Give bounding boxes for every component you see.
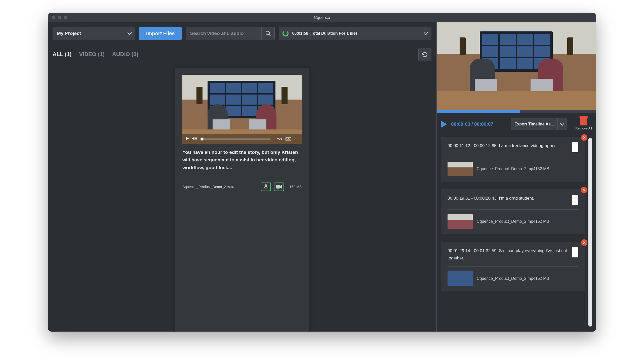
preview-controls: 00:00:03 / 00:00:07 Export Timeline As..… (437, 113, 596, 133)
chevron-down-icon (124, 27, 135, 40)
svg-point-0 (266, 31, 269, 35)
search-wrapper (186, 27, 275, 40)
card-footer: Cquence_Product_Demo_2.mp4 152 MB (182, 178, 302, 191)
video-controls: -1:59 CC (182, 134, 302, 144)
clip-marker[interactable] (572, 195, 578, 205)
clip-meta: Cquence_Product_Demo_2.mp4152 MB (477, 276, 549, 281)
timeline-progress[interactable] (437, 110, 596, 113)
cc-button[interactable]: CC (286, 137, 291, 141)
duration-dropdown[interactable]: 00:01:58 (Total Duration For 1 file) (279, 27, 431, 40)
chevron-down-icon (557, 118, 567, 130)
clip-transcript: 00:00:11.12 - 00:00:12.85: I am a freela… (448, 142, 568, 150)
camera-icon[interactable] (274, 183, 284, 191)
svg-rect-3 (276, 185, 280, 189)
tab-audio[interactable]: AUDIO (0) (112, 51, 138, 58)
import-files-button[interactable]: Import Files (139, 27, 182, 40)
window-title: Cquence (48, 15, 596, 20)
total-time: 00:00:07 (474, 121, 493, 127)
search-input[interactable] (186, 31, 261, 36)
clip-transcript: 00:00:19.31 - 00:00:20.43: I'm a grad st… (448, 195, 568, 202)
play-button[interactable] (441, 121, 447, 128)
time-remaining: -1:59 (274, 137, 282, 141)
clip-list: ✕ 00:00:11.12 - 00:00:12.85: I am a free… (441, 137, 585, 328)
svg-line-1 (269, 34, 270, 36)
timeline-clip[interactable]: ✕ 00:00:19.31 - 00:00:20.43: I'm a grad … (441, 189, 585, 234)
filter-tabs: ALL (1) VIDEO (1) AUDIO (0) (48, 40, 436, 60)
tab-video[interactable]: VIDEO (1) (79, 51, 104, 58)
export-dropdown[interactable]: Export Timeline As... (511, 118, 567, 130)
media-grid: -1:59 CC You have an hour to edit the st… (48, 60, 436, 332)
filename: Cquence_Product_Demo_2.mp4 (182, 185, 258, 189)
remove-clip-button[interactable]: ✕ (581, 134, 587, 141)
timeline-progress-fill (437, 110, 520, 113)
timeline-clip[interactable]: ✕ 00:00:11.12 - 00:00:12.85: I am a free… (441, 137, 585, 182)
tab-all[interactable]: ALL (1) (53, 51, 71, 58)
media-card[interactable]: -1:59 CC You have an hour to edit the st… (175, 68, 309, 332)
fullscreen-icon[interactable] (295, 137, 298, 141)
remove-clip-button[interactable]: ✕ (581, 239, 587, 246)
chevron-down-icon (420, 27, 431, 40)
timeline-panel: 00:00:03 / 00:00:07 Export Timeline As..… (437, 22, 596, 332)
remove-all-label: Remove All (575, 126, 592, 130)
preview-scene (437, 22, 596, 110)
duration-text: 00:01:58 (Total Duration For 1 file) (292, 31, 420, 36)
clip-meta: Cquence_Product_Demo_2.mp4152 MB (477, 167, 549, 171)
seek-knob[interactable] (200, 138, 204, 141)
search-button[interactable] (261, 27, 274, 40)
microphone-icon[interactable] (261, 183, 271, 191)
project-name: My Project (53, 31, 124, 36)
clip-thumbnail (448, 271, 473, 286)
remove-all-button[interactable]: Remove All (575, 118, 592, 130)
project-dropdown[interactable]: My Project (53, 27, 135, 40)
clip-thumbnail (448, 214, 473, 229)
thumbnail-scene (182, 75, 302, 144)
export-label: Export Timeline As... (511, 122, 557, 126)
preview-pane[interactable] (437, 22, 596, 110)
clip-transcript: 00:01:29.14 - 00:01:32.59: So I can play… (448, 247, 568, 262)
refresh-button[interactable] (418, 48, 431, 61)
clip-marker[interactable] (572, 142, 578, 152)
filesize: 152 MB (290, 185, 302, 189)
volume-icon[interactable] (192, 137, 197, 141)
play-icon[interactable] (186, 137, 189, 141)
svg-rect-2 (265, 184, 267, 187)
timeline-clip[interactable]: ✕ 00:01:29.14 - 00:01:32.59: So I can pl… (441, 242, 585, 291)
trash-icon (580, 118, 587, 125)
titlebar: Cquence (48, 13, 596, 22)
timecode: 00:00:03 / 00:00:07 (451, 121, 493, 127)
spinner-icon (283, 30, 289, 36)
video-thumbnail[interactable]: -1:59 CC (182, 75, 302, 144)
toolbar: My Project Import Files 00:01:58 (Total … (48, 22, 436, 40)
clip-marker[interactable] (572, 247, 578, 257)
time-sep: / (470, 121, 474, 127)
remove-clip-button[interactable]: ✕ (581, 187, 587, 193)
clip-thumbnail (448, 162, 473, 176)
app-window: Cquence My Project Import Files (48, 13, 596, 332)
app-body: My Project Import Files 00:01:58 (Total … (48, 22, 596, 332)
seek-track[interactable] (200, 139, 270, 140)
clips-area: ✕ 00:00:11.12 - 00:00:12.85: I am a free… (437, 133, 596, 332)
clip-meta: Cquence_Product_Demo_2.mp4152 MB (477, 219, 549, 224)
main-panel: My Project Import Files 00:01:58 (Total … (48, 22, 437, 332)
scrollbar[interactable] (588, 138, 592, 327)
transcript-preview: You have an hour to edit the story, but … (182, 149, 302, 175)
current-time: 00:00:03 (451, 121, 470, 127)
